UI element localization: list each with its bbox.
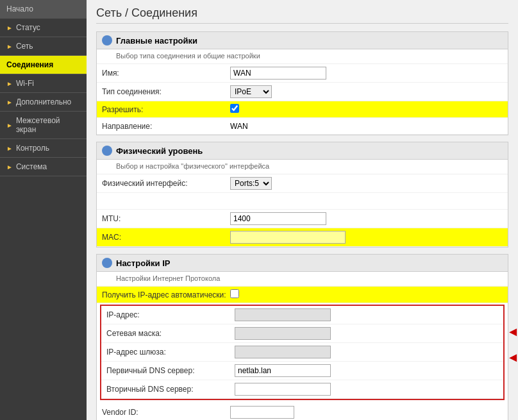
subnet-mask-value	[235, 327, 498, 340]
physical-interface-select[interactable]: Ports:5 Ports:1 Ports:2 eth0	[230, 177, 272, 190]
section-icon	[102, 258, 112, 268]
sidebar-item-additional[interactable]: ► Дополнительно	[0, 93, 87, 112]
mtu-value	[230, 212, 503, 225]
mtu-label: MTU:	[102, 214, 230, 223]
name-input[interactable]	[230, 67, 326, 80]
main-content: Сеть / Соединения Главные настройки Выбо…	[87, 0, 518, 420]
dns-primary-input[interactable]	[235, 364, 331, 377]
connection-type-value: IPoE PPPoE PPTP L2TP	[230, 85, 503, 98]
page-title: Сеть / Соединения	[96, 6, 508, 24]
subnet-mask-row: Сетевая маска:	[101, 324, 503, 343]
dns-secondary-row: Вторичный DNS сервер:	[101, 380, 503, 399]
section-icon	[102, 146, 112, 156]
allow-row: Разрешить:	[97, 101, 508, 118]
main-settings-title: Главные настройки	[116, 36, 197, 46]
dns-primary-row: Первичный DNS сервер:	[101, 362, 503, 380]
red-arrow-right-2: ◄	[506, 351, 518, 364]
spacer-row	[97, 193, 508, 210]
ip-address-value	[235, 308, 498, 321]
dns-secondary-value	[235, 383, 498, 396]
sidebar-item-label: Система	[16, 162, 47, 171]
dns-primary-value	[235, 364, 498, 377]
sidebar-item-label: Соединения	[6, 60, 53, 69]
ip-settings-section: Настройки IP Настройки Интернет Протокол…	[96, 254, 508, 420]
dns-secondary-label: Вторичный DNS сервер:	[106, 385, 235, 394]
auto-ip-row: Получить IP-адрес автоматически:	[97, 287, 508, 303]
ip-settings-subtitle: Настройки Интернет Протокола	[97, 272, 508, 287]
mtu-row: MTU:	[97, 210, 508, 228]
allow-label: Разрешить:	[102, 105, 230, 114]
sidebar-item-label: Статус	[16, 23, 40, 32]
ip-settings-header: Настройки IP	[97, 255, 508, 272]
connection-type-select[interactable]: IPoE PPPoE PPTP L2TP	[230, 85, 272, 98]
allow-checkbox[interactable]	[230, 104, 239, 113]
sidebar-item-label: Сеть	[16, 42, 33, 51]
sidebar-item-wifi[interactable]: ► Wi-Fi	[0, 74, 87, 93]
allow-value	[230, 104, 503, 115]
name-row: Имя:	[97, 64, 508, 83]
physical-header: Физический уровень	[97, 142, 508, 160]
main-settings-subtitle: Выбор типа соединения и общие настройки	[97, 49, 508, 64]
sidebar-item-firewall[interactable]: ► Межсетевой экран	[0, 112, 87, 139]
physical-subtitle: Выбор и настройка "физического" интерфей…	[97, 160, 508, 174]
mtu-input[interactable]	[230, 212, 326, 225]
gateway-input[interactable]	[235, 346, 331, 358]
sidebar-item-start[interactable]: Начало	[0, 0, 87, 19]
sidebar-item-label: Дополнительно	[16, 97, 71, 106]
mac-value	[230, 231, 503, 244]
sidebar-item-status[interactable]: ► Статус	[0, 19, 87, 37]
arrow-icon: ►	[6, 122, 13, 129]
vendor-id-row: Vendor ID:	[97, 403, 508, 420]
gateway-label: IP-адрес шлюза:	[106, 348, 235, 357]
mac-label: MAC:	[102, 233, 230, 242]
direction-text: WAN	[230, 122, 248, 131]
physical-interface-row: Физический интерфейс: Ports:5 Ports:1 Po…	[97, 174, 508, 193]
main-settings-section: Главные настройки Выбор типа соединения …	[96, 31, 508, 135]
ip-address-row: IP-адрес:	[101, 306, 503, 324]
vendor-id-input[interactable]	[230, 406, 294, 419]
sidebar-item-network[interactable]: ► Сеть	[0, 37, 87, 56]
ip-address-label: IP-адрес:	[106, 310, 235, 319]
vendor-id-label: Vendor ID:	[102, 408, 230, 417]
direction-label: Направление:	[102, 122, 230, 131]
name-label: Имя:	[102, 69, 230, 78]
sidebar: Начало ► Статус ► Сеть Соединения ► Wi-F…	[0, 0, 87, 420]
arrow-icon: ►	[6, 43, 13, 50]
mac-input[interactable]	[230, 231, 346, 244]
dns-primary-label: Первичный DNS сервер:	[106, 366, 235, 375]
auto-ip-label: Получить IP-адрес автоматически:	[102, 290, 230, 299]
gateway-row: IP-адрес шлюза:	[101, 343, 503, 362]
subnet-mask-input[interactable]	[235, 327, 331, 340]
ip-address-input[interactable]	[235, 308, 331, 321]
physical-interface-label: Физический интерфейс:	[102, 179, 230, 188]
direction-row: Направление: WAN	[97, 118, 508, 135]
sidebar-item-label: Межсетевой экран	[16, 116, 80, 134]
dns-secondary-input[interactable]	[235, 383, 331, 396]
arrow-icon: ►	[6, 145, 13, 152]
sidebar-item-label: Wi-Fi	[16, 79, 34, 88]
sidebar-item-system[interactable]: ► Система	[0, 158, 87, 176]
ip-bordered-group: ◄ ◄ IP-адрес: Сетевая маска: IP-адрес шл…	[100, 305, 505, 400]
arrow-icon: ►	[6, 164, 13, 171]
auto-ip-checkbox[interactable]	[230, 289, 239, 298]
sidebar-item-label: Начало	[6, 4, 33, 13]
physical-section: Физический уровень Выбор и настройка "фи…	[96, 142, 508, 248]
ip-settings-title: Настройки IP	[116, 258, 170, 268]
main-settings-header: Главные настройки	[97, 32, 508, 49]
sidebar-item-control[interactable]: ► Контроль	[0, 139, 87, 158]
red-arrow-right-1: ◄	[506, 325, 518, 338]
mac-row: MAC:	[97, 228, 508, 247]
auto-ip-value	[230, 289, 503, 300]
sidebar-item-label: Контроль	[16, 144, 49, 153]
vendor-id-value	[230, 406, 503, 419]
arrow-icon: ►	[6, 80, 13, 87]
name-value	[230, 67, 503, 80]
physical-interface-value: Ports:5 Ports:1 Ports:2 eth0	[230, 177, 503, 190]
section-icon	[102, 35, 112, 46]
sidebar-item-connections[interactable]: Соединения	[0, 56, 87, 74]
subnet-mask-label: Сетевая маска:	[106, 329, 235, 338]
arrow-icon: ►	[6, 24, 13, 31]
arrow-icon: ►	[6, 99, 13, 106]
physical-title: Физический уровень	[116, 146, 203, 156]
gateway-value	[235, 346, 498, 358]
